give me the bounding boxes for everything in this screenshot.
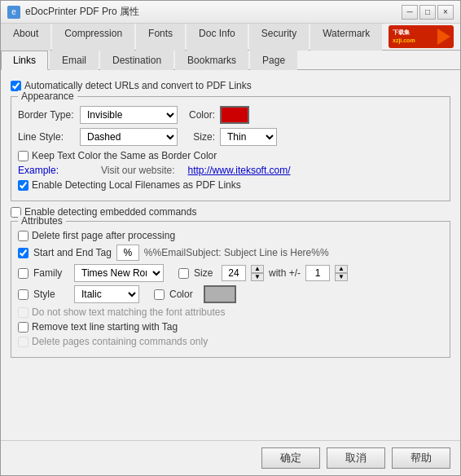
auto-detect-label: Automatically detect URLs and convert to… (24, 80, 252, 91)
svg-text:下载集: 下载集 (393, 29, 411, 35)
pm-value-input[interactable] (305, 265, 330, 281)
tag-desc: %%EmailSubject: Subject Line is Here%% (144, 247, 329, 258)
tab-fonts[interactable]: Fonts (136, 24, 185, 51)
size-up-button[interactable]: ▲ (251, 265, 264, 273)
line-style-row: Line Style: Dashed Solid Dotted Size: Th… (18, 128, 443, 146)
app-icon: e (7, 6, 20, 19)
start-end-tag-row: Start and End Tag %%EmailSubject: Subjec… (18, 245, 443, 261)
ok-button[interactable]: 确定 (261, 447, 320, 469)
pm-down-button[interactable]: ▼ (335, 273, 348, 281)
help-button[interactable]: 帮助 (392, 447, 450, 469)
tab-security[interactable]: Security (249, 24, 309, 51)
do-not-show-text-label: Do not show text matching the font attri… (32, 306, 225, 318)
enable-local-row: Enable Detecting Local Filenames as PDF … (18, 179, 443, 191)
enable-local-label: Enable Detecting Local Filenames as PDF … (32, 179, 241, 191)
border-type-row: Border Type: Invisible Visible Dashed Un… (18, 106, 443, 124)
with-pm-label: with +/- (269, 267, 301, 279)
pm-up-button[interactable]: ▲ (335, 265, 348, 273)
tab-compression[interactable]: Compression (52, 24, 134, 51)
attr-color-picker[interactable] (204, 285, 236, 303)
style-label: Style (33, 289, 69, 300)
border-type-select[interactable]: Invisible Visible Dashed Underline Inset… (80, 106, 178, 124)
maximize-button[interactable]: □ (419, 5, 436, 20)
cancel-button[interactable]: 取消 (327, 447, 385, 469)
style-select[interactable]: Italic Bold Regular (74, 285, 139, 303)
attributes-group: Attributes Delete first page after proce… (11, 221, 450, 358)
title-bar: e eDocPrinter PDF Pro 属性 ─ □ × (1, 1, 460, 24)
tab-email[interactable]: Email (50, 51, 99, 70)
pm-spinner: ▲ ▼ (335, 265, 348, 281)
size-label: Size: (182, 131, 215, 143)
example-text: Visit our website: (101, 165, 175, 176)
auto-detect-row: Automatically detect URLs and convert to… (11, 80, 450, 91)
color-checkbox[interactable] (154, 289, 165, 300)
color-checkbox-label: Color (169, 289, 199, 300)
delete-pages-label: Delete pages containing commands only (32, 336, 208, 347)
family-select[interactable]: Times New Rom Arial Courier New Helvetic… (74, 264, 164, 282)
tab-watermark[interactable]: Watermark (310, 24, 382, 51)
keep-text-color-checkbox[interactable] (18, 151, 29, 161)
tab-bookmarks[interactable]: Bookmarks (175, 51, 248, 70)
svg-text:xzji.com: xzji.com (393, 37, 415, 44)
start-end-tag-checkbox[interactable] (18, 248, 29, 258)
keep-text-color-label: Keep Text Color the Same as Border Color (32, 150, 217, 161)
enable-local-checkbox[interactable] (18, 180, 29, 191)
remove-text-line-row: Remove text line starting with Tag (18, 321, 443, 333)
delete-pages-checkbox[interactable] (18, 337, 29, 347)
size-spinner: ▲ ▼ (251, 265, 264, 281)
brand-logo: 下载集 xzji.com (389, 25, 454, 48)
bottom-bar: 确定 取消 帮助 (1, 440, 460, 475)
tab-docinfo[interactable]: Doc Info (187, 24, 248, 51)
delete-first-page-label: Delete first page after processing (32, 230, 175, 241)
tab-destination[interactable]: Destination (100, 51, 173, 70)
style-color-row: Style Italic Bold Regular Color (18, 285, 443, 303)
tab-about[interactable]: About (1, 24, 50, 51)
tab-page[interactable]: Page (250, 51, 297, 70)
size-select[interactable]: Thin Medium Thick (220, 128, 277, 146)
keep-text-color-row: Keep Text Color the Same as Border Color (18, 150, 443, 161)
remove-text-line-checkbox[interactable] (18, 322, 29, 333)
family-checkbox[interactable] (18, 268, 29, 279)
color-label: Color: (182, 109, 215, 121)
window-controls: ─ □ × (402, 5, 454, 20)
line-style-select[interactable]: Dashed Solid Dotted (80, 128, 178, 146)
family-label: Family (33, 267, 69, 279)
do-not-show-text-checkbox[interactable] (18, 307, 29, 318)
line-style-label: Line Style: (18, 131, 75, 143)
tag-value-input[interactable] (116, 245, 139, 261)
appearance-group-label: Appearance (18, 90, 77, 102)
size-checkbox[interactable] (178, 268, 189, 279)
color-picker[interactable] (220, 106, 249, 124)
style-checkbox[interactable] (18, 289, 29, 300)
delete-first-page-checkbox[interactable] (18, 231, 29, 241)
start-end-tag-label: Start and End Tag (33, 247, 112, 258)
minimize-button[interactable]: ─ (402, 5, 418, 20)
example-link[interactable]: http://www.iteksoft.com/ (188, 165, 291, 176)
main-content: Automatically detect URLs and convert to… (1, 70, 460, 440)
tabs-row-2: Links Email Destination Bookmarks Page (1, 51, 460, 70)
close-button[interactable]: × (437, 5, 454, 20)
delete-first-page-row: Delete first page after processing (18, 230, 443, 241)
delete-pages-row: Delete pages containing commands only (18, 336, 443, 347)
family-size-row: Family Times New Rom Arial Courier New H… (18, 264, 443, 282)
size-checkbox-label: Size (194, 267, 217, 279)
attributes-group-label: Attributes (18, 215, 66, 227)
border-type-label: Border Type: (18, 109, 75, 121)
size-down-button[interactable]: ▼ (251, 273, 264, 281)
embedded-commands-row: Enable detecting embedded commands (11, 206, 450, 218)
auto-detect-checkbox[interactable] (11, 81, 21, 91)
example-label: Example: (18, 165, 59, 176)
window-title: eDocPrinter PDF Pro 属性 (25, 5, 402, 19)
do-not-show-text-row: Do not show text matching the font attri… (18, 306, 443, 318)
appearance-group: Appearance Border Type: Invisible Visibl… (11, 96, 450, 201)
remove-text-line-label: Remove text line starting with Tag (32, 321, 178, 333)
size-value-input[interactable] (222, 265, 246, 281)
main-window: e eDocPrinter PDF Pro 属性 ─ □ × About Com… (0, 0, 461, 476)
example-row: Example: Visit our website: http://www.i… (18, 165, 443, 176)
tab-links[interactable]: Links (1, 51, 48, 70)
tabs-row-1: About Compression Fonts Doc Info Securit… (1, 24, 460, 51)
logo-area: 下载集 xzji.com (384, 24, 459, 50)
